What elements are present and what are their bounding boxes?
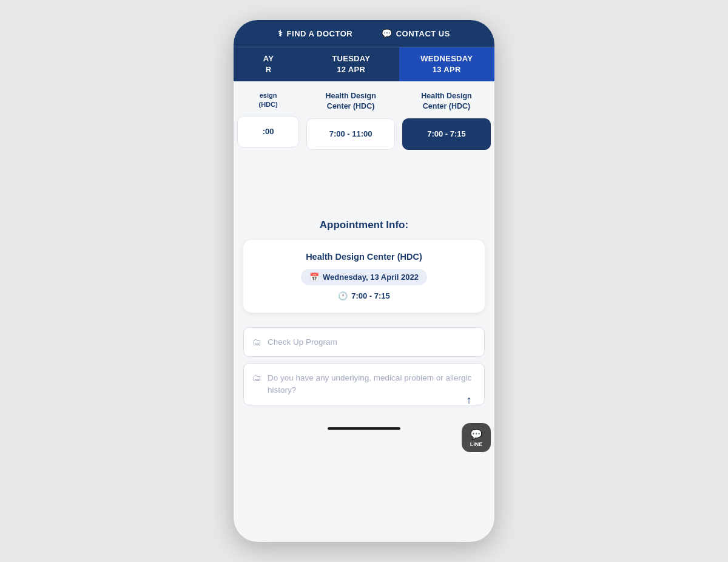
cal-header-partial-date: R (238, 64, 298, 75)
contact-us-label: CONTACT US (396, 29, 450, 38)
checkup-field[interactable]: 🗂 Check Up Program (243, 327, 485, 357)
medical-placeholder-text: Do you have any underlying, medical prob… (268, 372, 476, 396)
appointment-section: Appointment Info: Health Design Center (… (234, 207, 494, 322)
location-partial: esign(HDC) (237, 86, 299, 112)
appt-date-badge: 📅 Wednesday, 13 April 2022 (301, 269, 427, 285)
find-doctor-label: FIND A DOCTOR (287, 29, 353, 38)
calendar-icon: 📅 (309, 273, 319, 282)
time-slot-tuesday[interactable]: 7:00 - 11:00 (306, 118, 395, 150)
cal-col-partial: esign(HDC) :00 (234, 81, 303, 207)
calendar-body: esign(HDC) :00 Health DesignCenter (HDC)… (234, 81, 494, 207)
chat-icon: 💬 (382, 29, 393, 38)
time-slot-wednesday[interactable]: 7:00 - 7:15 (402, 118, 491, 150)
appointment-title: Appointment Info: (243, 219, 485, 231)
checkup-placeholder-text: Check Up Program (268, 336, 337, 348)
time-slot-tuesday-empty (306, 154, 395, 202)
home-bar (328, 427, 400, 430)
cal-col-tuesday: Health DesignCenter (HDC) 7:00 - 11:00 (303, 81, 399, 207)
scroll-up-button[interactable]: ↑ (459, 390, 479, 410)
line-bubble-icon: 💬 (470, 428, 482, 440)
appt-time-badge: 🕐 7:00 - 7:15 (338, 291, 390, 300)
cal-header-wednesday[interactable]: WEDNESDAY 13 APR (399, 47, 494, 81)
form-section: 🗂 Check Up Program 🗂 Do you have any und… (234, 322, 494, 421)
cal-header-wednesday-date: 13 APR (404, 64, 490, 75)
cal-header-partial-day: AY (238, 53, 298, 64)
checkup-icon: 🗂 (252, 337, 261, 347)
time-slot-wednesday-empty (402, 154, 491, 202)
cal-header-wednesday-day: WEDNESDAY (404, 53, 490, 64)
line-button[interactable]: 💬 LINE (462, 423, 491, 452)
cal-header-tuesday-day: TUESDAY (308, 53, 394, 64)
location-wednesday: Health DesignCenter (HDC) (402, 86, 491, 115)
calendar-header: AY R TUESDAY 12 APR WEDNESDAY 13 APR (234, 47, 494, 81)
phone-frame: ⚕ FIND A DOCTOR 💬 CONTACT US AY R TUESDA… (234, 20, 494, 542)
medical-field[interactable]: 🗂 Do you have any underlying, medical pr… (243, 363, 485, 405)
stethoscope-icon: ⚕ (278, 29, 283, 38)
contact-us-nav[interactable]: 💬 CONTACT US (382, 29, 450, 38)
line-label: LINE (470, 441, 483, 447)
home-indicator (234, 421, 494, 438)
cal-col-wednesday: Health DesignCenter (HDC) 7:00 - 7:15 (399, 81, 494, 207)
find-doctor-nav[interactable]: ⚕ FIND A DOCTOR (278, 29, 352, 38)
appt-date-text: Wednesday, 13 April 2022 (323, 273, 419, 282)
top-nav: ⚕ FIND A DOCTOR 💬 CONTACT US (234, 20, 494, 47)
medical-icon: 🗂 (252, 373, 261, 383)
appointment-card: Health Design Center (HDC) 📅 Wednesday, … (243, 240, 485, 313)
appt-facility: Health Design Center (HDC) (253, 252, 475, 262)
clock-icon: 🕐 (338, 291, 348, 300)
cal-header-tuesday[interactable]: TUESDAY 12 APR (303, 47, 399, 81)
cal-header-partial: AY R (234, 47, 303, 81)
location-tuesday: Health DesignCenter (HDC) (306, 86, 395, 115)
time-slot-partial-empty (237, 151, 299, 200)
time-slot-partial[interactable]: :00 (237, 116, 299, 147)
appt-time-text: 7:00 - 7:15 (351, 291, 390, 300)
cal-header-tuesday-date: 12 APR (308, 64, 394, 75)
